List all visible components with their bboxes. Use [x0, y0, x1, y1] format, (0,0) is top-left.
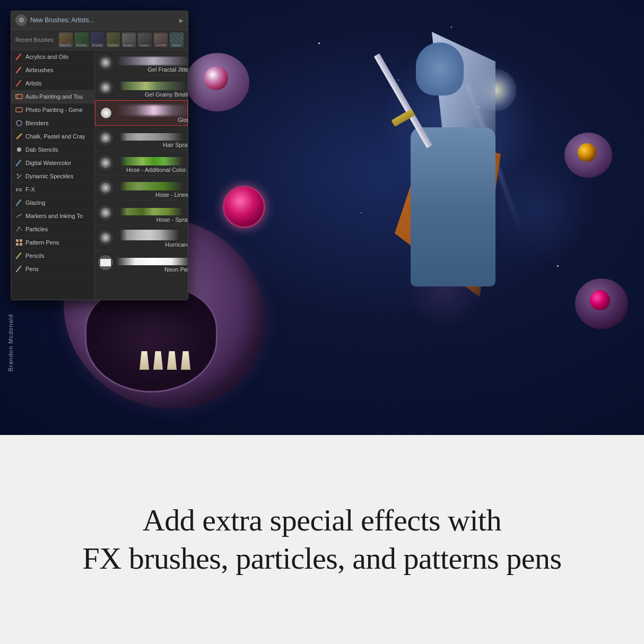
chalk-icon — [15, 133, 23, 140]
brush-preview — [98, 155, 113, 170]
category-label: Markers and Inking To — [25, 213, 83, 219]
brush-dot — [100, 133, 111, 143]
svg-point-11 — [19, 176, 21, 177]
recent-brush-label: Soft 68 — [156, 43, 166, 47]
svg-line-7 — [17, 134, 21, 138]
svg-point-20 — [21, 229, 22, 230]
blend-icon — [15, 119, 23, 127]
pen-icon — [15, 265, 23, 273]
recent-brush-gravity-1[interactable]: Gravity. — [75, 32, 89, 47]
fish-eye — [223, 186, 265, 228]
mini-monster-2-eye — [578, 143, 596, 162]
category-blenders[interactable]: Blenders — [11, 117, 94, 130]
svg-line-1 — [16, 67, 21, 73]
category-label: Artists — [25, 80, 42, 86]
artwork-section: Brandon Mcdonald ⚙ New Brushes: Artists.… — [0, 0, 644, 435]
category-pattern-pens[interactable]: Pattern Pens — [11, 236, 94, 249]
panel-header: ⚙ New Brushes: Artists... ▶ — [11, 11, 188, 30]
brush-preview — [99, 106, 114, 120]
recent-brush-broad[interactable]: Broad... — [122, 32, 136, 47]
category-auto-painting[interactable]: Auto-Painting and Tou — [11, 90, 94, 103]
tagline-line1: Add extra special effects with — [143, 503, 501, 537]
brush-hair-spray[interactable]: Hair Spray — [95, 126, 188, 151]
category-markers-inking[interactable]: Markers and Inking To — [11, 210, 94, 223]
category-glazing[interactable]: Glazing — [11, 196, 94, 210]
svg-text:FX: FX — [16, 187, 22, 193]
recent-brush-opadu[interactable]: Opadu... — [138, 32, 152, 47]
recent-brush-hatch[interactable]: Hatch — [170, 32, 184, 47]
brush-stroke-preview — [116, 82, 188, 90]
svg-rect-5 — [16, 108, 22, 112]
category-airbrushes[interactable]: Airbrushes — [11, 64, 94, 77]
category-chalk[interactable]: Chalk, Pastel and Cray — [11, 130, 94, 143]
brush-gel-grainy-bristle[interactable]: Gel Grainy Bristle — [95, 75, 188, 100]
particles-icon — [15, 225, 23, 233]
svg-point-18 — [16, 230, 18, 231]
tagline-line2: FX brushes, particles, and patterns pens — [83, 541, 562, 576]
recent-brush-soft68[interactable]: Soft 68 — [154, 32, 168, 47]
svg-rect-24 — [16, 243, 19, 246]
recent-brush-pattern[interactable]: Pattern. — [107, 32, 120, 47]
brush-stroke-preview — [116, 57, 188, 65]
category-pens[interactable]: Pens — [11, 263, 94, 276]
brush-neon-pen[interactable]: Neon Pen — [95, 250, 188, 275]
brush-name: Hose - Spray — [116, 216, 188, 223]
brush-preview — [98, 205, 113, 220]
warrior-head — [416, 42, 464, 95]
brush-thumb: Neon Pen — [116, 253, 188, 273]
category-label: Airbrushes — [25, 67, 54, 73]
recent-brush-label: Fairy D... — [59, 43, 72, 47]
main-container: Brandon Mcdonald ⚙ New Brushes: Artists.… — [0, 0, 644, 644]
category-digital-watercolor[interactable]: Digital Watercolor — [11, 156, 94, 170]
brush-dot — [100, 158, 111, 168]
panel-expand-icon[interactable]: ▶ — [179, 18, 184, 23]
tooth — [167, 351, 177, 370]
watercolor-icon — [15, 159, 23, 167]
brush-dot — [101, 108, 111, 118]
brush-gel-fractal-jitter[interactable]: Gel Fractal Jitter — [95, 50, 188, 75]
brush-thumb: Glow — [117, 103, 188, 123]
svg-point-6 — [16, 120, 22, 126]
fish-teeth — [140, 351, 190, 370]
category-dynamic-speckles[interactable]: Dynamic Speckles — [11, 170, 94, 183]
category-label: Auto-Painting and Tou — [25, 93, 83, 100]
category-acrylics[interactable]: Acrylics and Oils — [11, 50, 94, 64]
auto-paint-icon — [15, 93, 23, 100]
speckles-icon — [15, 172, 23, 180]
category-fx[interactable]: FX F-X — [11, 183, 94, 196]
brush-name: Hurricane — [116, 241, 188, 248]
category-artists[interactable]: Artists — [11, 77, 94, 90]
recent-brush-gravity-2[interactable]: Gravity. — [91, 32, 105, 47]
brush-hose-linear[interactable]: Hose - Linear — [95, 176, 188, 201]
category-label: Pens — [25, 266, 39, 272]
brush-hurricane[interactable]: Hurricane — [95, 225, 188, 250]
brush-glow[interactable]: Glow — [95, 100, 188, 126]
category-pencils[interactable]: Pencils — [11, 249, 94, 263]
category-label: Glazing — [25, 199, 45, 206]
brush-name: Hose - Additional Color... — [116, 167, 188, 173]
panel-body: Acrylics and Oils Airbrushes Artists Aut… — [11, 50, 188, 300]
brush-thumb: Hose - Spray — [116, 203, 188, 223]
brush-preview — [98, 80, 113, 95]
category-label: F-X — [25, 186, 35, 193]
category-label: Photo Painting - Gene — [25, 107, 83, 113]
brush-hose-spray[interactable]: Hose - Spray — [95, 201, 188, 225]
brush-name: Gel Fractal Jitter — [116, 66, 188, 73]
svg-point-8 — [17, 147, 21, 152]
watermark: Brandon Mcdonald — [7, 314, 14, 371]
brush-dot — [100, 82, 111, 93]
mini-monster-3-eye — [590, 290, 610, 310]
brush-thumb: Hair Spray — [116, 128, 188, 148]
recent-brush-label: Gravity. — [92, 43, 103, 47]
brush-hose-additional-color[interactable]: Hose - Additional Color... — [95, 151, 188, 176]
marker-icon — [15, 212, 23, 220]
category-particles[interactable]: Particles — [11, 223, 94, 236]
category-photo-painting[interactable]: Photo Painting - Gene — [11, 103, 94, 117]
gear-icon[interactable]: ⚙ — [15, 14, 27, 26]
brush-stroke-preview — [116, 182, 188, 190]
brush-thumb: Hurricane — [116, 228, 188, 248]
svg-rect-25 — [20, 243, 22, 246]
recent-label: Recent Brushes: — [15, 37, 55, 43]
recent-brush-fairy-d[interactable]: Fairy D... — [59, 32, 73, 47]
category-dab-stencils[interactable]: Dab Stencils — [11, 143, 94, 156]
